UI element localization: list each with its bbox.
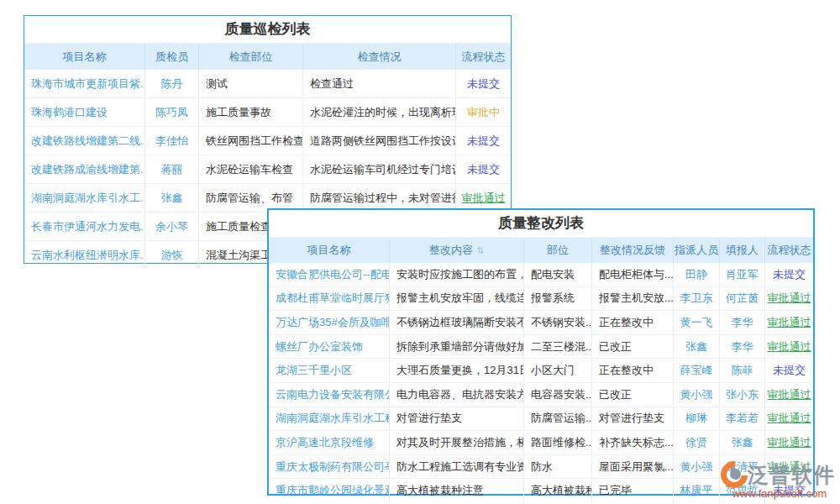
reporter-link[interactable]: 李若若 <box>726 411 759 426</box>
project-link[interactable]: 湖南洞庭湖水库引水工... <box>31 191 145 206</box>
reporter-cell: 何芷茵 <box>720 287 765 311</box>
assignee-link[interactable]: 柳琳 <box>685 411 707 426</box>
status-badge[interactable]: 审批通过 <box>768 315 811 330</box>
part-cell: 防腐管运输... <box>524 407 592 431</box>
project-link[interactable]: 改建铁路成渝线增建第... <box>31 162 145 177</box>
project-cell: 重庆市鹅岭公园绿化景观提升... <box>269 479 390 502</box>
status-badge[interactable]: 审批通过 <box>462 191 506 206</box>
table-row: 珠海鹤港口建设 陈巧凤 施工质量事故 水泥砼灌注的时候，出现离析现象 审批中 <box>24 97 511 126</box>
status-badge[interactable]: 审批通过 <box>768 339 811 354</box>
status-cell: 审批通过 <box>765 311 813 334</box>
assignee-link[interactable]: 薛宝峰 <box>680 363 713 378</box>
reporter-link[interactable]: 何芷茵 <box>726 291 759 306</box>
project-cell: 安徽合肥供电公司--配电设备... <box>269 263 390 286</box>
column-header-project: 项目名称 <box>269 238 390 263</box>
part-cell: 防水 <box>524 455 592 479</box>
status-badge[interactable]: 未提交 <box>467 134 500 149</box>
inspector-link[interactable]: 陈丹 <box>161 76 183 92</box>
assignee-link[interactable]: 徐贤 <box>685 435 707 450</box>
feedback-cell: 屋面采用聚氯... <box>592 455 674 479</box>
project-cell: 重庆太极制药有限公司亳州中... <box>269 455 390 479</box>
project-link[interactable]: 珠海鹤港口建设 <box>31 105 108 120</box>
status-badge[interactable]: 未提交 <box>773 363 806 378</box>
reporter-link[interactable]: 张小东 <box>726 387 759 402</box>
reporter-link[interactable]: 陈菲 <box>732 363 753 378</box>
inspector-cell: 游恢 <box>145 241 199 269</box>
feedback-cell: 对管进行垫支 <box>592 407 674 431</box>
part-cell: 配电安装 <box>524 263 592 286</box>
inspector-link[interactable]: 游恢 <box>161 248 183 263</box>
inspector-link[interactable]: 余小琴 <box>155 219 188 234</box>
status-cell: 未提交 <box>456 155 511 183</box>
project-link[interactable]: 改建铁路线增建第二线... <box>31 134 145 149</box>
inspector-link[interactable]: 张鑫 <box>161 191 183 206</box>
reporter-link[interactable]: 李华 <box>732 315 753 330</box>
project-link[interactable]: 万达广场35#会所及咖啡厅空... <box>276 315 390 330</box>
part-cell: 报警系统 <box>524 287 592 311</box>
project-link[interactable]: 螺丝厂办公室装饰 <box>276 339 363 354</box>
reporter-link[interactable]: 肖亚军 <box>726 267 759 282</box>
project-cell: 龙湖三千里小区 <box>269 359 390 382</box>
situation-cell: 道路两侧铁丝网围挡工作按设计... <box>303 127 456 155</box>
feedback-cell: 正在整改中 <box>592 359 674 382</box>
assignee-link[interactable]: 林康平 <box>680 483 713 498</box>
status-badge[interactable]: 未提交 <box>467 76 500 92</box>
column-header-situation: 检查情况 <box>303 44 456 70</box>
content-cell: 防水工程施工选调有专业资质... <box>390 455 524 479</box>
reporter-cell: 李华 <box>720 335 765 359</box>
reporter-link[interactable]: 张鑫 <box>732 435 753 450</box>
assignee-cell: 柳琳 <box>674 407 720 431</box>
part-cell: 水泥砼运输车检查 <box>199 155 303 183</box>
feedback-cell: 配电柜柜体与... <box>592 263 674 286</box>
assignee-link[interactable]: 黄一飞 <box>680 315 713 330</box>
project-cell: 成都杜甫草堂临时展厅独立展... <box>269 287 390 311</box>
content-cell: 不锈钢边框玻璃隔断安装不牢... <box>390 311 524 334</box>
status-badge[interactable]: 审批中 <box>467 105 500 120</box>
status-badge[interactable]: 审批通过 <box>768 411 811 426</box>
status-badge[interactable]: 未提交 <box>467 162 500 177</box>
part-cell: 施工质量事故 <box>199 98 303 126</box>
status-badge[interactable]: 未提交 <box>773 267 806 282</box>
inspector-link[interactable]: 李佳怡 <box>155 134 188 149</box>
assignee-link[interactable]: 张鑫 <box>685 339 707 354</box>
project-cell: 湖南洞庭湖水库引水工... <box>24 184 145 212</box>
assignee-cell: 徐贤 <box>674 431 720 454</box>
reporter-cell: 李华 <box>720 311 765 334</box>
content-cell: 高大植被栽种注意 <box>390 479 524 502</box>
project-link[interactable]: 云南水利枢纽潜明水库... <box>31 248 145 263</box>
table-row: 安徽合肥供电公司--配电设备... 安装时应按施工图的布置，将... 配电安装 … <box>269 263 813 286</box>
table-row: 螺丝厂办公室装饰 拆除到承重墙部分请做好加固... 二至三楼混... 已改正 张… <box>269 334 813 359</box>
rectification-table-title: 质量整改列表 <box>269 210 813 238</box>
sort-icon[interactable]: ⇅ <box>476 245 484 255</box>
assignee-link[interactable]: 田静 <box>685 267 707 282</box>
inspector-link[interactable]: 蒋丽 <box>161 162 183 177</box>
project-link[interactable]: 安徽合肥供电公司--配电设备... <box>276 267 390 282</box>
status-badge[interactable]: 审批通过 <box>768 291 811 306</box>
inspector-link[interactable]: 陈巧凤 <box>155 105 188 120</box>
assignee-cell: 张鑫 <box>674 335 720 359</box>
status-badge[interactable]: 审批通过 <box>768 387 811 402</box>
project-link[interactable]: 龙湖三千里小区 <box>276 363 352 378</box>
fanpu-logo-url: www.fanpusoft.com <box>721 488 838 500</box>
assignee-cell: 黄小强 <box>674 383 720 407</box>
assignee-cell: 黄一飞 <box>674 311 720 334</box>
project-link[interactable]: 京沪高速北京段维修 <box>276 435 374 450</box>
reporter-link[interactable]: 李华 <box>732 339 753 354</box>
project-link[interactable]: 云南电力设备安装有限公司20... <box>276 387 390 402</box>
project-link[interactable]: 珠海市城市更新项目紫... <box>31 76 145 92</box>
column-header-reporter: 填报人 <box>720 238 765 263</box>
table-row: 龙湖三千里小区 大理石质量更换，12月31日之... 小区大门 正在整改中 薛宝… <box>269 358 813 382</box>
status-badge[interactable]: 审批通过 <box>768 435 811 450</box>
situation-cell: 水泥砼灌注的时候，出现离析现象 <box>303 98 456 126</box>
assignee-link[interactable]: 黄小强 <box>680 459 713 475</box>
content-cell: 报警主机安放牢固，线缆连接... <box>390 287 524 311</box>
assignee-link[interactable]: 李卫东 <box>680 291 713 306</box>
project-link[interactable]: 长春市伊通河水力发电... <box>31 219 145 234</box>
project-link[interactable]: 重庆市鹅岭公园绿化景观提升... <box>276 483 390 498</box>
project-link[interactable]: 重庆太极制药有限公司亳州中... <box>276 459 390 475</box>
column-header-content[interactable]: 整改内容⇅ <box>390 238 524 263</box>
assignee-link[interactable]: 黄小强 <box>680 387 713 402</box>
feedback-cell: 报警主机安放... <box>592 287 674 311</box>
project-link[interactable]: 湖南洞庭湖水库引水工程施工I标 <box>276 411 390 426</box>
project-link[interactable]: 成都杜甫草堂临时展厅独立展... <box>276 291 390 306</box>
